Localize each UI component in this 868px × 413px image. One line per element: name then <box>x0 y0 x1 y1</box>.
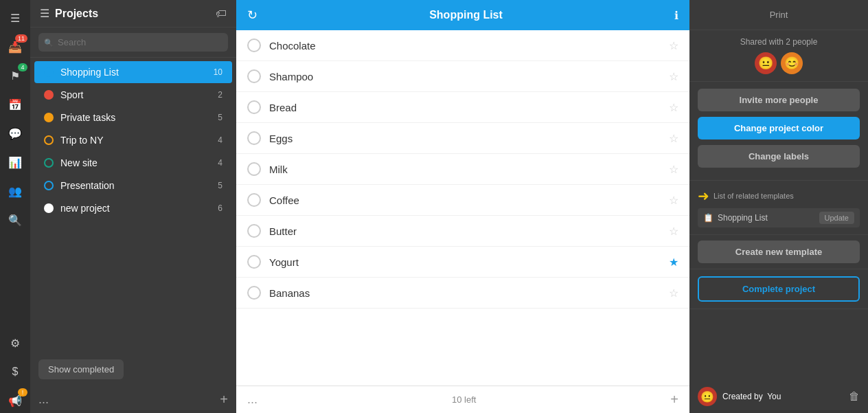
task-star[interactable]: ☆ <box>669 39 678 52</box>
task-checkbox[interactable] <box>247 224 261 238</box>
sidebar-title: Projects <box>55 8 98 20</box>
task-checkbox[interactable] <box>247 69 261 83</box>
task-name: Eggs <box>269 133 661 144</box>
sidebar-header: ☰ Projects 🏷 <box>30 0 236 27</box>
tag-icon[interactable]: 🏷 <box>216 8 227 20</box>
template-item-left: 📋 Shopping List <box>703 213 768 223</box>
sidebar-icon[interactable]: ☰ <box>3 5 27 30</box>
search-input[interactable] <box>38 33 228 52</box>
star-icon[interactable]: ⚑ 4 <box>3 63 27 88</box>
add-task-button[interactable]: + <box>670 392 678 408</box>
shared-section: Shared with 2 people 😐 😊 <box>689 30 868 82</box>
right-panel: Print Shared with 2 people 😐 😊 Invite mo… <box>689 0 868 413</box>
task-star[interactable]: ☆ <box>669 101 678 114</box>
task-star[interactable]: ☆ <box>669 132 678 145</box>
template-icon: 📋 <box>703 213 713 223</box>
more-dots-icon[interactable]: ... <box>38 392 49 407</box>
icon-bar: ☰ 📥 11 ⚑ 4 📅 💬 📊 👥 🔍 ⚙ $ 📢 ! <box>0 0 30 413</box>
template-update-button[interactable]: Update <box>819 212 854 224</box>
create-template-button[interactable]: Create new template <box>698 241 860 263</box>
sidebar-item-name: Private tasks <box>60 112 211 123</box>
star-badge: 4 <box>18 63 27 71</box>
calendar-icon[interactable]: 📅 <box>3 92 27 117</box>
complete-project-button[interactable]: Complete project <box>698 276 860 302</box>
task-checkbox[interactable] <box>247 38 261 52</box>
created-by-label: Created by You <box>722 392 843 401</box>
sidebar-item-count: 10 <box>214 67 222 77</box>
chat-icon[interactable]: 💬 <box>3 121 27 146</box>
sidebar-bottom: ... + <box>30 386 236 413</box>
task-star[interactable]: ☆ <box>669 70 678 83</box>
team-icon[interactable]: 👥 <box>3 179 27 203</box>
task-star[interactable]: ☆ <box>669 225 678 238</box>
avatar-1: 😐 <box>755 52 777 74</box>
avatar-group: 😐 😊 <box>755 52 803 74</box>
task-star[interactable]: ☆ <box>669 287 678 300</box>
main-content: ↻ Shopping List ℹ Chocolate☆Shampoo☆Brea… <box>236 0 689 413</box>
task-checkbox[interactable] <box>247 286 261 300</box>
sidebar-item-name: New site <box>60 157 211 168</box>
task-checkbox[interactable] <box>247 131 261 145</box>
task-name: Milk <box>269 164 661 175</box>
sidebar-item-count: 5 <box>218 181 222 190</box>
trash-icon[interactable]: 🗑 <box>849 390 860 403</box>
sidebar-item-sport[interactable]: Sport2 <box>34 84 232 106</box>
dollar-icon[interactable]: $ <box>3 359 27 384</box>
sidebar-item-name: Shopping List <box>60 67 207 78</box>
avatar-2: 😊 <box>781 52 803 74</box>
sidebar-item-new-project[interactable]: new project6 <box>34 197 232 219</box>
add-project-button[interactable]: + <box>220 392 228 408</box>
sidebar-item-count: 5 <box>218 113 222 122</box>
task-name: Coffee <box>269 194 661 206</box>
change-labels-button[interactable]: Change labels <box>698 145 860 168</box>
template-item: 📋 Shopping List Update <box>698 208 860 227</box>
task-checkbox[interactable] <box>247 162 261 176</box>
info-icon[interactable]: ℹ <box>674 9 678 22</box>
sidebar-item-trip-to-ny[interactable]: Trip to NY4 <box>34 129 232 151</box>
task-item: Chocolate☆ <box>236 30 689 61</box>
task-star[interactable]: ★ <box>669 256 678 269</box>
sidebar-item-shopping-list[interactable]: Shopping List10 <box>34 61 232 83</box>
templates-label-container: ➜ List of related templates <box>698 188 860 204</box>
invite-button[interactable]: Invite more people <box>698 89 860 111</box>
arrow-indicator: ➜ <box>698 188 709 204</box>
task-checkbox[interactable] <box>247 255 261 269</box>
task-item: Yogurt★ <box>236 247 689 278</box>
project-dot <box>44 203 54 213</box>
sidebar-item-private-tasks[interactable]: Private tasks5 <box>34 107 232 129</box>
project-dot <box>44 135 54 145</box>
more-options-icon[interactable]: ... <box>247 392 258 407</box>
templates-label-text: List of related templates <box>713 192 794 200</box>
task-item: Milk☆ <box>236 154 689 185</box>
chart-icon[interactable]: 📊 <box>3 150 27 175</box>
shared-label: Shared with 2 people <box>740 37 818 47</box>
task-checkbox[interactable] <box>247 100 261 114</box>
right-panel-footer: 😐 Created by You 🗑 <box>689 380 868 413</box>
complete-section: Complete project <box>689 269 868 309</box>
footer-avatar: 😐 <box>698 387 717 406</box>
main-title: Shopping List <box>258 9 674 21</box>
refresh-icon[interactable]: ↻ <box>247 8 258 23</box>
alert-icon[interactable]: 📢 ! <box>3 388 27 413</box>
task-name: Bananas <box>269 287 661 299</box>
create-template-section: Create new template <box>689 235 868 269</box>
project-list: Shopping List10Sport2Private tasks5Trip … <box>30 58 236 353</box>
search-icon[interactable]: 🔍 <box>3 208 27 232</box>
task-checkbox[interactable] <box>247 193 261 207</box>
creator-name: You <box>767 392 781 401</box>
show-completed-button[interactable]: Show completed <box>38 359 124 379</box>
actions-section: Invite more people Change project color … <box>689 82 868 181</box>
main-footer: ... 10 left + <box>236 386 689 413</box>
project-dot <box>44 113 54 122</box>
project-dot <box>44 67 54 77</box>
sidebar-item-count: 4 <box>218 135 222 145</box>
settings-icon[interactable]: ⚙ <box>3 331 27 355</box>
change-color-button[interactable]: Change project color <box>698 117 860 139</box>
sidebar-item-new-site[interactable]: New site4 <box>34 152 232 174</box>
task-star[interactable]: ☆ <box>669 194 678 207</box>
task-star[interactable]: ☆ <box>669 163 678 176</box>
notification-icon[interactable]: 📥 11 <box>3 34 27 59</box>
projects-icon: ☰ <box>40 7 49 20</box>
sidebar-item-presentation[interactable]: Presentation5 <box>34 175 232 197</box>
alert-badge: ! <box>18 388 27 397</box>
